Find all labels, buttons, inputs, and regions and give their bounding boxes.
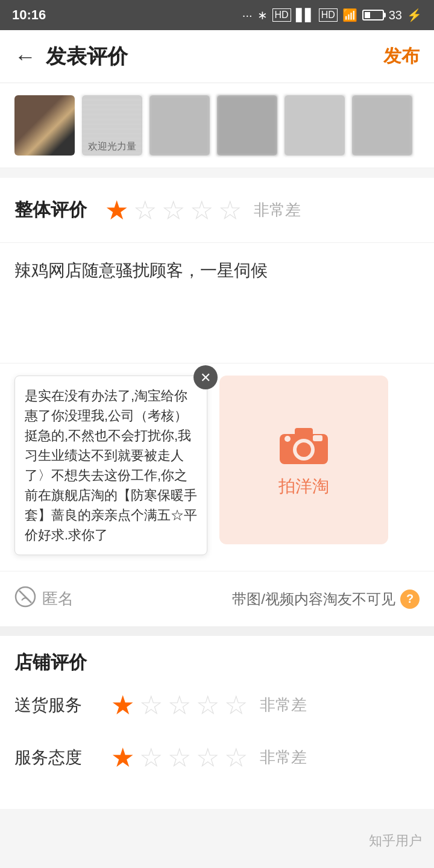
service-star-3[interactable]: ☆ [168, 742, 191, 773]
delivery-star-3[interactable]: ☆ [168, 690, 191, 720]
media-section: ✕ 是实在没有办法了,淘宝给你惠了你没理我,公司（考核）挺急的,不然也不会打扰你… [0, 363, 434, 571]
battery-percent: 33 [389, 8, 402, 22]
camera-icon [277, 422, 331, 465]
charging-icon: ⚡ [407, 8, 422, 22]
anon-left[interactable]: 匿名 [14, 586, 74, 612]
signal-bar-icon: ▋▋ [296, 8, 314, 22]
shop-rating-section: 店铺评价 送货服务 ★ ☆ ☆ ☆ ☆ 非常差 服务态度 ★ ☆ ☆ ☆ ☆ 非… [0, 636, 434, 809]
svg-line-7 [19, 591, 31, 603]
star-4[interactable]: ☆ [190, 195, 213, 225]
status-bar: 10:16 ··· ∗ HD ▋▋ HD 📶 33 ⚡ [0, 0, 434, 30]
product-images-strip: 欢迎光力量 [0, 83, 434, 168]
anon-row: 匿名 带图/视频内容淘友不可见 ? [0, 571, 434, 626]
delivery-rating-row: 送货服务 ★ ☆ ☆ ☆ ☆ 非常差 [14, 690, 420, 720]
overall-rating-label: 整体评价 [14, 198, 93, 222]
anon-note-text: 带图/视频内容淘友不可见 [232, 590, 395, 609]
delivery-rating-text: 非常差 [260, 694, 307, 715]
star-5[interactable]: ☆ [218, 195, 242, 225]
bluetooth-icon: ∗ [257, 8, 268, 22]
overall-rating-row: 整体评价 ★ ☆ ☆ ☆ ☆ 非常差 [0, 178, 434, 243]
delivery-star-4[interactable]: ☆ [196, 690, 219, 720]
delivery-star-1[interactable]: ★ [111, 690, 134, 720]
anon-label: 匿名 [42, 588, 74, 609]
delivery-rating-label: 送货服务 [14, 694, 111, 717]
product-thumb-4 [217, 95, 277, 156]
shop-rating-title: 店铺评价 [14, 650, 420, 675]
service-star-2[interactable]: ☆ [139, 742, 163, 773]
delivery-star-2[interactable]: ☆ [139, 690, 163, 720]
signal-dots-icon: ··· [242, 8, 253, 22]
service-star-1[interactable]: ★ [111, 742, 134, 773]
product-thumb-5 [285, 95, 345, 156]
hd-icon2: HD [319, 8, 338, 22]
review-content: 辣鸡网店随意骚扰顾客，一星伺候 [14, 261, 268, 280]
status-time: 10:16 [12, 7, 46, 23]
service-star-4[interactable]: ☆ [196, 742, 219, 773]
section-divider [0, 626, 434, 636]
status-icons: ··· ∗ HD ▋▋ HD 📶 33 ⚡ [242, 8, 422, 22]
product-thumb-3 [149, 95, 210, 156]
product-thumb-6 [352, 95, 412, 156]
camera-upload-button[interactable]: 拍洋淘 [219, 376, 388, 544]
camera-upload-label: 拍洋淘 [278, 475, 329, 498]
star-3[interactable]: ☆ [162, 195, 185, 225]
battery-icon [362, 10, 384, 20]
service-rating-label: 服务态度 [14, 746, 111, 769]
overall-rating-section: 整体评价 ★ ☆ ☆ ☆ ☆ 非常差 [0, 178, 434, 243]
svg-rect-4 [313, 435, 322, 441]
help-icon[interactable]: ? [400, 590, 420, 609]
page-title: 发表评价 [46, 43, 383, 71]
star-1[interactable]: ★ [105, 195, 128, 225]
chat-popup-text: 是实在没有办法了,淘宝给你惠了你没理我,公司（考核）挺急的,不然也不会打扰你,我… [25, 388, 197, 542]
anon-icon [14, 586, 36, 612]
overall-stars[interactable]: ★ ☆ ☆ ☆ ☆ [105, 195, 242, 225]
watermark: 知乎用户 [369, 832, 422, 850]
review-text-section[interactable]: 辣鸡网店随意骚扰顾客，一星伺候 [0, 243, 434, 363]
publish-button[interactable]: 发布 [383, 44, 420, 69]
svg-rect-1 [295, 428, 313, 438]
delivery-stars[interactable]: ★ ☆ ☆ ☆ ☆ [111, 690, 248, 720]
nav-bar: ← 发表评价 发布 [0, 30, 434, 83]
product-thumb-1 [14, 95, 75, 156]
anon-note: 带图/视频内容淘友不可见 ? [232, 590, 420, 609]
svg-point-5 [285, 436, 291, 442]
star-2[interactable]: ☆ [133, 195, 157, 225]
delivery-star-5[interactable]: ☆ [224, 690, 248, 720]
service-stars[interactable]: ★ ☆ ☆ ☆ ☆ [111, 742, 248, 773]
service-star-5[interactable]: ☆ [224, 742, 248, 773]
service-rating-text: 非常差 [260, 747, 307, 768]
media-container: ✕ 是实在没有办法了,淘宝给你惠了你没理我,公司（考核）挺急的,不然也不会打扰你… [14, 363, 420, 556]
svg-point-3 [297, 442, 311, 457]
wifi-icon: 📶 [342, 8, 357, 22]
hd-icon1: HD [272, 8, 291, 22]
product-thumb-2: 欢迎光力量 [82, 95, 142, 156]
service-rating-row: 服务态度 ★ ☆ ☆ ☆ ☆ 非常差 [14, 742, 420, 773]
overall-rating-text: 非常差 [254, 200, 301, 221]
chat-popup: ✕ 是实在没有办法了,淘宝给你惠了你没理我,公司（考核）挺急的,不然也不会打扰你… [14, 376, 207, 555]
back-button[interactable]: ← [14, 44, 36, 69]
chat-close-button[interactable]: ✕ [193, 365, 218, 389]
